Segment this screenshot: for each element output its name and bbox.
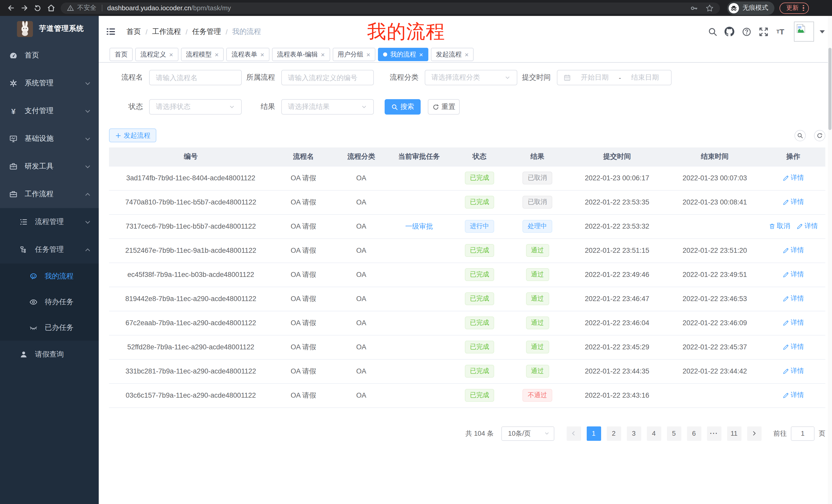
browser-home-icon[interactable]: [44, 1, 58, 15]
current-task-cell: [388, 335, 450, 359]
sidebar-item-支付管理[interactable]: ¥支付管理: [0, 97, 99, 125]
sidebar-item-我的流程[interactable]: 我的流程: [0, 263, 99, 289]
tab-close-icon[interactable]: ×: [465, 51, 468, 58]
tab-流程表单[interactable]: 流程表单×: [226, 48, 269, 61]
bookmark-star-icon[interactable]: [705, 4, 714, 12]
password-key-icon[interactable]: [690, 4, 698, 12]
github-icon[interactable]: [721, 27, 738, 36]
page-button-11[interactable]: 11: [727, 426, 741, 441]
sidebar-item-系统管理[interactable]: 系统管理: [0, 69, 99, 97]
tab-流程表单-编辑[interactable]: 流程表单-编辑×: [272, 48, 330, 61]
tab-close-icon[interactable]: ×: [260, 51, 264, 58]
app-logo-block[interactable]: 芋道管理系统: [0, 16, 99, 41]
search-icon[interactable]: [704, 27, 721, 36]
show-search-button[interactable]: [795, 130, 806, 141]
tab-流程定义[interactable]: 流程定义×: [135, 48, 178, 61]
definition-input[interactable]: [288, 74, 367, 81]
page-button-3[interactable]: 3: [627, 426, 641, 441]
help-icon[interactable]: [738, 27, 755, 36]
detail-action-link[interactable]: 详情: [782, 342, 804, 352]
tab-close-icon[interactable]: ×: [419, 51, 423, 58]
tab-用户分组[interactable]: 用户分组×: [333, 48, 375, 61]
refresh-table-button[interactable]: [814, 130, 825, 141]
page-button-1[interactable]: 1: [587, 426, 601, 441]
sidebar-item-label: 工作流程: [25, 190, 53, 199]
result-select[interactable]: 请选择流结果: [281, 99, 374, 115]
detail-action-link[interactable]: 详情: [782, 246, 804, 255]
edit-icon: [782, 247, 789, 254]
status-badge: 已完成: [465, 389, 494, 402]
process-name-cell: OA 请假: [272, 262, 334, 287]
page-size-select[interactable]: 10条/页: [501, 426, 554, 441]
process-category-cell: OA: [334, 383, 388, 408]
fullscreen-icon[interactable]: [755, 27, 772, 36]
category-select[interactable]: 请选择流程分类: [425, 70, 517, 85]
breadcrumb-item[interactable]: 工作流程: [152, 27, 181, 36]
detail-action-link[interactable]: 详情: [782, 391, 804, 400]
status-select[interactable]: 请选择状态: [149, 99, 242, 115]
detail-action-link[interactable]: 详情: [796, 222, 818, 231]
dashboard-icon: [9, 51, 18, 60]
tab-close-icon[interactable]: ×: [366, 51, 370, 58]
create-process-button[interactable]: 发起流程: [109, 129, 156, 142]
sidebar-item-任务管理[interactable]: 任务管理: [0, 236, 99, 263]
cancel-action-link[interactable]: 取消: [769, 222, 790, 231]
table-row: ec45f38f-7b9a-11ec-b03b-acde48001122OA 请…: [109, 262, 825, 287]
status-cell: 已完成: [450, 287, 509, 311]
font-size-icon[interactable]: TT: [772, 27, 789, 36]
detail-action-link[interactable]: 详情: [782, 318, 804, 328]
browser-back-icon[interactable]: [4, 1, 18, 15]
column-header-操作: 操作: [761, 147, 825, 166]
page-button-5[interactable]: 5: [667, 426, 681, 441]
goto-page-input[interactable]: [791, 426, 814, 441]
search-button[interactable]: 搜索: [385, 99, 421, 115]
breadcrumb-item[interactable]: 任务管理: [192, 27, 221, 36]
page-button-2[interactable]: 2: [606, 426, 621, 441]
sidebar-item-基础设施[interactable]: 基础设施: [0, 125, 99, 152]
current-task-link[interactable]: 一级审批: [405, 222, 433, 230]
browser-forward-icon[interactable]: [18, 1, 31, 15]
next-page-button[interactable]: [747, 426, 761, 441]
sidebar-item-已办任务[interactable]: 已办任务: [0, 315, 99, 341]
result-cell: 已取消: [509, 190, 566, 214]
sidebar-item-首页[interactable]: 首页: [0, 41, 99, 69]
sidebar-toggle-icon[interactable]: [106, 27, 115, 36]
submit-time-range-picker[interactable]: 开始日期 - 结束日期: [557, 70, 672, 85]
browser-update-button[interactable]: 更新: [780, 2, 809, 13]
end-time-cell: 2022-01-22 23:45:37: [669, 335, 761, 359]
avatar-caret-icon[interactable]: [820, 30, 825, 33]
tab-发起流程[interactable]: 发起流程×: [431, 48, 474, 61]
name-input[interactable]: [156, 74, 235, 81]
browser-reload-icon[interactable]: [31, 1, 44, 15]
detail-action-link[interactable]: 详情: [782, 367, 804, 376]
current-task-cell: [388, 383, 450, 408]
breadcrumb-item[interactable]: 首页: [127, 27, 141, 36]
tab-流程模型[interactable]: 流程模型×: [181, 48, 224, 61]
detail-action-link[interactable]: 详情: [782, 270, 804, 279]
page-scrollbar[interactable]: [828, 16, 832, 504]
detail-action-link[interactable]: 详情: [782, 294, 804, 303]
sidebar-item-工作流程[interactable]: 工作流程: [0, 180, 99, 208]
sidebar-item-流程管理[interactable]: 流程管理: [0, 208, 99, 236]
result-badge: 通过: [526, 292, 549, 305]
browser-menu-icon[interactable]: [803, 5, 805, 11]
tab-close-icon[interactable]: ×: [169, 51, 173, 58]
page-button-4[interactable]: 4: [647, 426, 661, 441]
avatar[interactable]: [794, 22, 814, 41]
tab-close-icon[interactable]: ×: [321, 51, 325, 58]
tab-我的流程[interactable]: 我的流程×: [378, 48, 428, 61]
tab-首页[interactable]: 首页: [109, 48, 133, 61]
sidebar-item-label: 研发工具: [25, 162, 53, 171]
tab-close-icon[interactable]: ×: [215, 51, 218, 58]
url-bar[interactable]: 不安全 dashboard.yudao.iocoder.cn/bpm/task/…: [61, 2, 720, 13]
sidebar-item-待办任务[interactable]: 待办任务: [0, 289, 99, 315]
prev-page-button[interactable]: [566, 426, 581, 441]
sidebar-item-请假查询[interactable]: 请假查询: [0, 341, 99, 368]
detail-action-link[interactable]: 详情: [782, 198, 804, 207]
sidebar-item-研发工具[interactable]: 研发工具: [0, 152, 99, 180]
page-ellipsis[interactable]: ···: [707, 426, 721, 441]
scrollbar-thumb[interactable]: [828, 48, 831, 130]
page-button-6[interactable]: 6: [687, 426, 701, 441]
reset-button[interactable]: 重置: [428, 99, 460, 115]
detail-action-link[interactable]: 详情: [782, 173, 804, 183]
